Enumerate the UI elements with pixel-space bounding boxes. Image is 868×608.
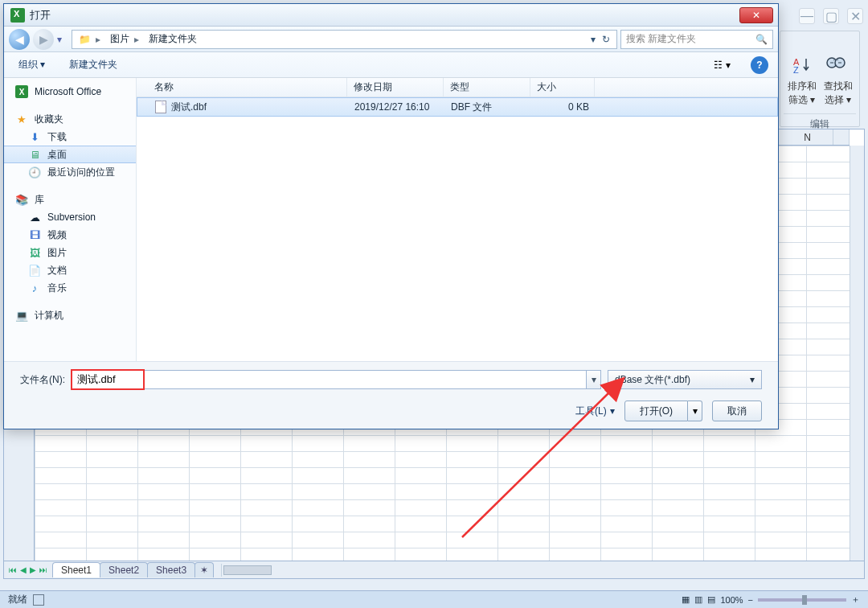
ribbon-editing-group: AZ 排序和 查找和 筛选 ▾ 选择 ▾ 编辑 xyxy=(780,31,860,127)
path-seg-2[interactable]: 新建文件夹 xyxy=(149,32,197,46)
status-macro-icon[interactable] xyxy=(33,594,44,606)
view-break-icon[interactable]: ▤ xyxy=(707,594,715,605)
open-file-dialog: 打开 ✕ ◀ ▶ ▾ 📁▸ 图片▸ 新建文件夹 ▾↻ 搜索 新建文件夹 🔍 组织… xyxy=(3,3,779,429)
music-icon: ♪ xyxy=(28,281,41,294)
zoom-in-icon[interactable]: ＋ xyxy=(851,594,860,606)
breadcrumb[interactable]: 📁▸ 图片▸ 新建文件夹 ▾↻ xyxy=(72,30,617,49)
nav-libraries[interactable]: 📚库 xyxy=(4,191,136,208)
star-icon: ★ xyxy=(15,113,28,125)
excel-icon xyxy=(10,8,25,23)
minimize-icon[interactable]: — xyxy=(799,8,815,24)
sheet-tab-1[interactable]: Sheet1 xyxy=(52,562,100,577)
close-icon[interactable]: ✕ xyxy=(847,8,863,24)
search-input[interactable]: 搜索 新建文件夹 🔍 xyxy=(620,30,773,49)
file-icon xyxy=(155,101,166,113)
dialog-footer: 文件名(N): ▾ dBase 文件(*.dbf) ▾ 工具(L) ▾ 打开(O… xyxy=(4,361,778,429)
view-mode-button[interactable]: ☷▾ xyxy=(708,57,736,73)
app-window-controls: — ▢ ✕ xyxy=(799,8,863,24)
chevron-right-icon[interactable]: ▸ xyxy=(134,34,139,45)
svg-text:Z: Z xyxy=(793,65,799,75)
column-name[interactable]: 名称 xyxy=(148,78,347,97)
dialog-close-button[interactable]: ✕ xyxy=(739,7,773,23)
chevron-right-icon[interactable]: ▸ xyxy=(96,34,100,45)
nav-forward-button[interactable]: ▶ xyxy=(33,29,54,50)
sheet-tab-2[interactable]: Sheet2 xyxy=(100,562,148,577)
filename-dropdown[interactable]: ▾ xyxy=(587,370,601,389)
desktop-icon: 🖥 xyxy=(28,148,41,161)
nav-back-button[interactable]: ◀ xyxy=(9,29,30,50)
nav-history-dropdown[interactable]: ▾ xyxy=(57,34,68,45)
open-split-button: 打开(O) ▾ xyxy=(624,401,702,421)
organize-button[interactable]: 组织 ▾ xyxy=(14,56,50,73)
file-row[interactable]: 测试.dbf 2019/12/27 16:10 DBF 文件 0 KB xyxy=(137,97,778,117)
sheet-tab-new-icon[interactable]: ✶ xyxy=(194,562,214,577)
nav-documents[interactable]: 📄文档 xyxy=(4,261,136,279)
nav-desktop[interactable]: 🖥桌面 xyxy=(4,146,136,163)
library-icon: 📚 xyxy=(15,193,28,206)
nav-videos[interactable]: 🎞视频 xyxy=(4,226,136,244)
view-normal-icon[interactable]: ▦ xyxy=(682,594,690,605)
search-icon[interactable]: 🔍 xyxy=(755,34,768,45)
nav-pictures[interactable]: 🖼图片 xyxy=(4,244,136,261)
path-seg-1[interactable]: 图片 xyxy=(110,32,129,46)
view-icon: ☷ xyxy=(714,60,723,71)
find-icon[interactable] xyxy=(825,54,847,76)
nav-downloads[interactable]: ⬇下载 xyxy=(4,128,136,146)
subversion-icon: ☁ xyxy=(28,211,41,224)
dialog-titlebar[interactable]: 打开 ✕ xyxy=(4,4,778,27)
file-size: 0 KB xyxy=(531,101,596,113)
column-header-n[interactable]: N xyxy=(782,129,833,145)
nav-subversion[interactable]: ☁Subversion xyxy=(4,208,136,226)
picture-icon: 🖼 xyxy=(28,246,41,259)
column-size[interactable]: 大小 xyxy=(530,78,595,97)
open-dropdown[interactable]: ▾ xyxy=(688,401,702,421)
document-icon: 📄 xyxy=(28,264,41,277)
sheet-nav-buttons[interactable]: ⏮◀▶⏭ xyxy=(4,565,52,574)
sort-icon[interactable]: AZ xyxy=(792,54,815,76)
dialog-help-button[interactable]: ? xyxy=(751,56,768,74)
chevron-down-icon: ▾ xyxy=(610,405,615,417)
nav-recent[interactable]: 🕘最近访问的位置 xyxy=(4,163,136,181)
computer-icon: 💻 xyxy=(15,309,28,322)
zoom-out-icon[interactable]: − xyxy=(748,595,753,605)
filter-label[interactable]: 筛选 ▾ xyxy=(788,93,815,107)
column-date[interactable]: 修改日期 xyxy=(347,78,444,97)
view-layout-icon[interactable]: ▥ xyxy=(694,594,702,605)
file-type: DBF 文件 xyxy=(444,101,531,114)
sheet-tab-3[interactable]: Sheet3 xyxy=(147,562,195,577)
nav-favorites[interactable]: ★收藏夹 xyxy=(4,110,136,128)
nav-ms-office[interactable]: XMicrosoft Office xyxy=(4,83,136,101)
column-type[interactable]: 类型 xyxy=(444,78,530,97)
chevron-down-icon: ▾ xyxy=(726,60,731,71)
file-list-pane: 名称 修改日期 类型 大小 测试.dbf 2019/12/27 16:10 DB… xyxy=(137,78,778,361)
filename-input[interactable] xyxy=(72,370,587,389)
tools-button[interactable]: 工具(L) ▾ xyxy=(575,405,615,418)
nav-computer[interactable]: 💻计算机 xyxy=(4,306,136,324)
dialog-title: 打开 xyxy=(30,8,739,23)
refresh-icon[interactable]: ↻ xyxy=(602,34,610,45)
file-list-header[interactable]: 名称 修改日期 类型 大小 xyxy=(137,78,778,97)
zoom-controls[interactable]: ▦ ▥ ▤ 100% − ＋ xyxy=(682,594,860,606)
sort-label: 排序和 xyxy=(788,80,817,93)
nav-music[interactable]: ♪音乐 xyxy=(4,279,136,297)
horizontal-scrollbar[interactable] xyxy=(221,564,864,577)
navigation-bar: ◀ ▶ ▾ 📁▸ 图片▸ 新建文件夹 ▾↻ 搜索 新建文件夹 🔍 xyxy=(4,27,778,52)
file-name: 测试.dbf xyxy=(171,101,207,114)
open-button[interactable]: 打开(O) xyxy=(624,401,688,421)
filetype-value: dBase 文件(*.dbf) xyxy=(615,373,690,387)
find-label: 查找和 xyxy=(824,80,853,93)
select-label[interactable]: 选择 ▾ xyxy=(825,93,851,107)
sheet-tab-bar: ⏮◀▶⏭ Sheet1 Sheet2 Sheet3 ✶ xyxy=(4,561,864,578)
navigation-pane: XMicrosoft Office ★收藏夹 ⬇下载 🖥桌面 🕘最近访问的位置 … xyxy=(4,78,137,361)
zoom-value: 100% xyxy=(720,595,743,605)
new-folder-button[interactable]: 新建文件夹 xyxy=(64,56,122,73)
cancel-button[interactable]: 取消 xyxy=(712,401,762,421)
filetype-select[interactable]: dBase 文件(*.dbf) ▾ xyxy=(608,370,762,389)
path-dropdown-icon[interactable]: ▾ xyxy=(591,34,596,45)
zoom-slider[interactable] xyxy=(758,598,846,602)
status-bar: 就绪 ▦ ▥ ▤ 100% − ＋ xyxy=(0,590,868,608)
vertical-scrollbar[interactable] xyxy=(850,146,864,561)
status-text: 就绪 xyxy=(8,594,27,605)
column-header-last[interactable] xyxy=(833,129,850,145)
maximize-icon[interactable]: ▢ xyxy=(823,8,839,24)
